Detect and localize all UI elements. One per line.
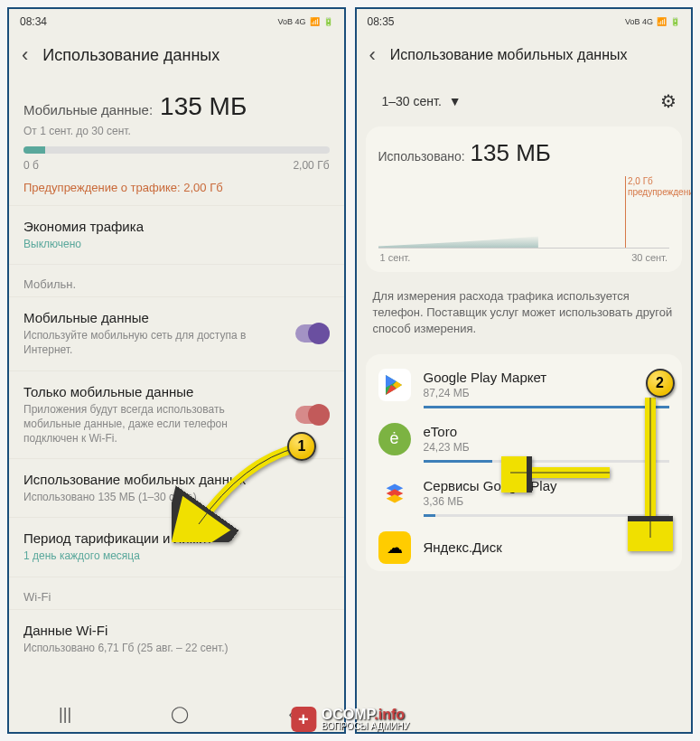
app-name: Google Play Маркет <box>424 370 670 385</box>
mobile-usage-title: Использование мобильных данных <box>23 472 330 487</box>
signal-icon: 📶 <box>310 17 320 26</box>
watermark-brand: OCOMP.info <box>322 708 409 722</box>
billing-period-title: Период тарификации и лимит <box>23 530 330 546</box>
only-mobile-title: Только мобильные данные <box>23 384 281 399</box>
app-usage-bar <box>424 460 670 463</box>
mobile-data-value: 135 МБ <box>160 92 247 121</box>
app-row-etoro[interactable]: ė eToro 24,23 МБ <box>366 412 683 466</box>
watermark-sub: ВОПРОСЫ АДМИНУ <box>322 722 409 731</box>
wifi-data-sub: Использовано 6,71 Гб (25 авг. – 22 сент.… <box>23 641 330 655</box>
progress-labels: 0 б 2,00 Гб <box>23 159 330 172</box>
header: ‹ Использование данных <box>9 34 344 81</box>
section-wifi: Wi-Fi <box>9 577 344 609</box>
graph-limit-line <box>625 176 626 248</box>
app-row-gps[interactable]: Сервисы Google Play 3,36 МБ <box>366 466 683 521</box>
clock: 08:35 <box>368 15 395 28</box>
date-range: От 1 сент. до 30 сент. <box>23 125 330 137</box>
graph-line <box>378 235 538 248</box>
status-icons: VoB 4G 📶 🔋 <box>277 17 332 26</box>
mobile-data-toggle-row[interactable]: Мобильные данные Используйте мобильную с… <box>9 296 344 370</box>
page-title: Использование мобильных данных <box>390 47 628 63</box>
app-size: 87,24 МБ <box>424 387 670 399</box>
app-size: 24,23 МБ <box>424 441 670 454</box>
battery-icon: 🔋 <box>670 17 680 26</box>
usage-card: Использовано: 135 МБ 2,0 Гб предупрежден… <box>366 127 683 272</box>
header: ‹ Использование мобильных данных <box>357 34 692 81</box>
play-market-icon <box>378 369 411 401</box>
mobile-data-summary: Мобильные данные: 135 МБ От 1 сент. до 3… <box>9 81 344 205</box>
mobile-data-title: Мобильные данные <box>23 310 281 325</box>
watermark-logo-icon: + <box>291 707 316 732</box>
google-play-services-icon <box>378 477 411 510</box>
mobile-data-sub: Используйте мобильную сеть для доступа в… <box>23 328 281 357</box>
app-row-yandex-disk[interactable]: ☁ Яндекс.Диск <box>366 521 683 567</box>
annotation-badge-2: 2 <box>646 369 675 398</box>
etoro-icon: ė <box>378 423 411 455</box>
signal-icon: 📶 <box>657 17 667 26</box>
mobile-data-label: Мобильные данные: <box>23 102 153 117</box>
graph-labels: 1 сент. 30 сент. <box>378 249 670 263</box>
page-title: Использование данных <box>42 46 219 65</box>
clock: 08:34 <box>20 15 47 28</box>
annotation-badge-1: 1 <box>287 432 316 461</box>
app-name: Сервисы Google Play <box>424 478 670 493</box>
phone-right: 08:35 VoB 4G 📶 🔋 ‹ Использование мобильн… <box>355 7 694 734</box>
usage-progress-fill <box>23 146 45 154</box>
progress-min: 0 б <box>23 159 39 172</box>
app-usage-bar <box>424 514 670 517</box>
usage-graph: 2,0 Гб предупреждение <box>378 176 670 249</box>
only-mobile-sub: Приложения будут всегда использовать моб… <box>23 402 281 446</box>
period-label: 1–30 сент. <box>382 94 442 108</box>
chevron-down-icon: ▼ <box>449 94 462 108</box>
usage-progress <box>23 146 330 154</box>
wifi-data-title: Данные Wi-Fi <box>23 623 330 638</box>
app-name: Яндекс.Диск <box>424 539 670 555</box>
phone-left: 08:34 VoB 4G 📶 🔋 ‹ Использование данных … <box>7 7 346 734</box>
data-saver-title: Экономия трафика <box>23 219 330 234</box>
data-saver-sub: Выключено <box>23 237 330 251</box>
used-value: 135 МБ <box>471 139 551 167</box>
wifi-data-row[interactable]: Данные Wi-Fi Использовано 6,71 Гб (25 ав… <box>9 609 344 668</box>
app-size: 3,36 МБ <box>424 495 670 508</box>
watermark: + OCOMP.info ВОПРОСЫ АДМИНУ <box>291 707 409 732</box>
only-mobile-toggle[interactable] <box>295 406 330 424</box>
status-icons: VoB 4G 📶 🔋 <box>625 17 680 26</box>
mobile-data-toggle[interactable] <box>295 324 330 342</box>
app-list: Google Play Маркет 87,24 МБ ė eToro 24,2… <box>366 354 683 571</box>
used-label: Использовано: <box>378 149 465 164</box>
yandex-disk-icon: ☁ <box>378 531 411 564</box>
battery-icon: 🔋 <box>323 17 333 26</box>
graph-start: 1 сент. <box>380 252 411 263</box>
app-name: eToro <box>424 424 670 439</box>
period-dropdown[interactable]: 1–30 сент. ▼ <box>371 89 472 114</box>
mobile-usage-sub: Использовано 135 МБ (1–30 сент.) <box>23 490 330 504</box>
content: Мобильные данные: 135 МБ От 1 сент. до 3… <box>9 81 344 696</box>
info-text: Для измерения расхода трафика использует… <box>357 277 692 349</box>
status-bar: 08:35 VoB 4G 📶 🔋 <box>357 9 692 34</box>
period-row: 1–30 сент. ▼ ⚙ <box>357 81 692 121</box>
back-icon[interactable]: ‹ <box>22 43 28 67</box>
mobile-usage-row[interactable]: Использование мобильных данных Использов… <box>9 458 344 517</box>
billing-period-row[interactable]: Период тарификации и лимит 1 день каждог… <box>9 517 344 576</box>
data-saver-row[interactable]: Экономия трафика Выключено <box>9 205 344 264</box>
graph-limit-text: 2,0 Гб предупреждение <box>628 176 673 198</box>
app-row-google-play[interactable]: Google Play Маркет 87,24 МБ <box>366 358 683 412</box>
status-bar: 08:34 VoB 4G 📶 🔋 <box>9 9 344 34</box>
home-button[interactable]: ◯ <box>171 704 189 724</box>
app-usage-bar <box>424 406 670 408</box>
graph-end: 30 сент. <box>631 252 667 263</box>
section-mobile: Мобильн. <box>9 264 344 296</box>
billing-period-sub: 1 день каждого месяца <box>23 549 330 563</box>
recent-apps-button[interactable]: ||| <box>59 705 71 724</box>
gear-icon[interactable]: ⚙ <box>660 90 677 112</box>
back-icon[interactable]: ‹ <box>369 43 376 67</box>
progress-max: 2,00 Гб <box>293 159 329 172</box>
traffic-warning: Предупреждение о трафике: 2,00 Гб <box>23 181 330 194</box>
